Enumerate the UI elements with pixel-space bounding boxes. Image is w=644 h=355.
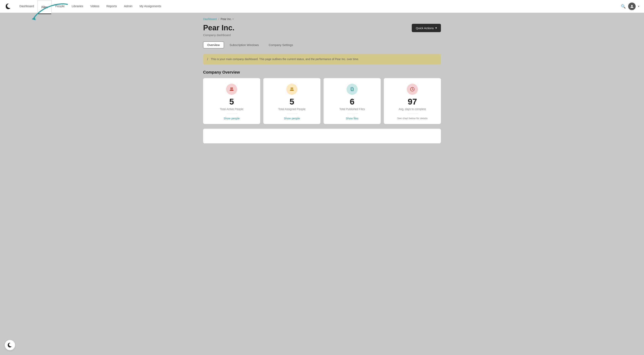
- svg-point-5: [292, 88, 293, 89]
- svg-point-2: [230, 88, 232, 89]
- quick-actions-button[interactable]: Quick Actions ▾: [412, 24, 441, 32]
- nav-item-libraries[interactable]: Libraries: [68, 0, 87, 13]
- navbar: Dashboard Files People Libraries Videos …: [0, 0, 644, 13]
- svg-point-4: [291, 88, 292, 89]
- nav-item-my-assignments[interactable]: My Assignments: [136, 0, 165, 13]
- bottom-card: [203, 129, 441, 143]
- svg-point-3: [232, 88, 233, 89]
- page-title: Pear Inc.: [203, 24, 234, 32]
- stat-link-avg-days: See chart below for details: [397, 117, 428, 120]
- info-icon: i: [207, 57, 208, 61]
- breadcrumb-current: Pear Inc. ▾: [220, 18, 234, 21]
- quick-actions-label: Quick Actions: [416, 26, 434, 30]
- stat-label-assigned: Total Assigned People: [278, 108, 306, 111]
- stat-card-assigned-people: 5 Total Assigned People Show people: [263, 78, 320, 124]
- nav-search-area: 🔍 ▾: [621, 3, 639, 10]
- stat-card-published-files: 6 Total Published Files Show files: [324, 78, 381, 124]
- quick-actions-chevron: ▾: [435, 26, 437, 30]
- nav-items: Dashboard Files People Libraries Videos …: [16, 0, 621, 14]
- stat-number-active: 5: [229, 98, 234, 106]
- stat-label-files: Total Published Files: [340, 108, 365, 111]
- app-logo[interactable]: [5, 3, 12, 10]
- main-content: Dashboard / Pear Inc. ▾ Pear Inc. Compan…: [195, 13, 449, 153]
- stat-divider-files: [347, 114, 357, 114]
- stat-icon-assigned: [286, 84, 298, 95]
- page-subtitle: Company dashboard: [203, 33, 234, 37]
- stat-divider-active: [227, 114, 236, 114]
- nav-item-videos[interactable]: Videos: [86, 0, 103, 13]
- tabs: Overview Subscription Windows Company Se…: [203, 42, 441, 48]
- stat-label-active: Total Active People: [220, 108, 243, 111]
- breadcrumb-current-label: Pear Inc.: [220, 18, 232, 21]
- breadcrumb-chevron[interactable]: ▾: [232, 18, 234, 21]
- breadcrumb-separator: /: [218, 18, 219, 21]
- stat-card-avg-days: 97 Avg. days to complete See chart below…: [384, 78, 441, 124]
- stat-card-active-people: 5 Total Active People Show people: [203, 78, 260, 124]
- svg-point-11: [412, 89, 412, 90]
- stat-link-assigned[interactable]: Show people: [284, 117, 300, 120]
- page-header: Pear Inc. Company dashboard Quick Action…: [203, 24, 441, 37]
- stat-number-files: 6: [350, 98, 354, 106]
- tab-subscription-windows[interactable]: Subscription Windows: [226, 42, 263, 48]
- nav-item-files[interactable]: Files: [38, 0, 52, 14]
- page-title-group: Pear Inc. Company dashboard: [203, 24, 234, 37]
- stat-label-avg-days: Avg. days to complete: [399, 108, 426, 111]
- svg-marker-1: [32, 17, 36, 20]
- stat-icon-avg-days: [407, 84, 418, 95]
- breadcrumb: Dashboard / Pear Inc. ▾: [203, 18, 441, 21]
- stat-icon-files: [346, 84, 358, 95]
- nav-item-admin[interactable]: Admin: [120, 0, 136, 13]
- section-title: Company Overview: [203, 70, 441, 75]
- nav-item-dashboard[interactable]: Dashboard: [16, 0, 38, 13]
- info-banner-text: This is your main company dashboard. Thi…: [211, 58, 359, 61]
- svg-point-0: [631, 5, 632, 6]
- stat-divider-assigned: [287, 114, 297, 114]
- nav-item-people[interactable]: People: [52, 0, 68, 13]
- footer-logo[interactable]: [5, 340, 15, 350]
- stat-icon-active: [226, 84, 237, 95]
- stat-link-active[interactable]: Show people: [224, 117, 240, 120]
- breadcrumb-home[interactable]: Dashboard: [203, 18, 217, 21]
- nav-item-reports[interactable]: Reports: [103, 0, 120, 13]
- stat-link-files[interactable]: Show files: [346, 117, 358, 120]
- user-menu-chevron[interactable]: ▾: [638, 5, 639, 8]
- stats-grid: 5 Total Active People Show people 5 Tota…: [203, 78, 441, 124]
- search-icon[interactable]: 🔍: [621, 4, 626, 9]
- avatar[interactable]: [628, 3, 636, 10]
- stat-number-avg-days: 97: [408, 98, 417, 106]
- stat-divider-avg-days: [408, 114, 417, 114]
- tab-overview[interactable]: Overview: [203, 42, 224, 48]
- stat-number-assigned: 5: [290, 98, 294, 106]
- info-banner: i This is your main company dashboard. T…: [203, 54, 441, 65]
- tab-company-settings[interactable]: Company Settings: [264, 42, 297, 48]
